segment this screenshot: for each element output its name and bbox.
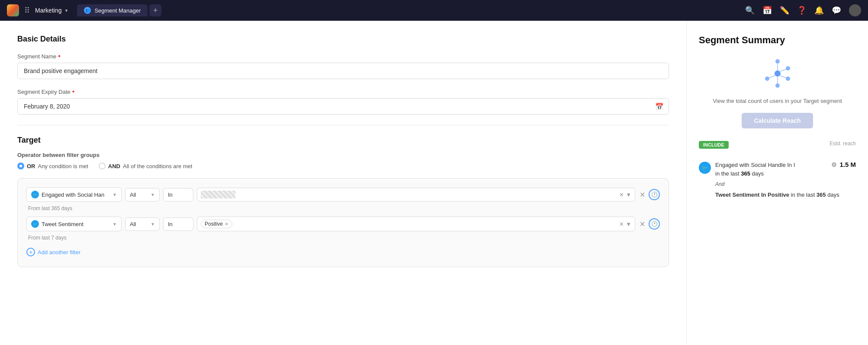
section-divider (17, 125, 669, 125)
filter2-hint: From last 7 days (26, 235, 660, 241)
tab-label: Segment Manager (94, 7, 141, 14)
summary-filter-text-1: Engaged with Social Handle In I in the l… (715, 161, 795, 178)
add-filter-plus-icon: + (26, 248, 35, 256)
filter1-hint: From last 365 days (26, 205, 660, 211)
segment-summary-title: Segment Summary (699, 35, 856, 46)
or-radio-circle (17, 163, 24, 169)
basic-details-heading: Basic Details (17, 35, 669, 44)
help-icon[interactable]: ❓ (797, 6, 807, 15)
summary-twitter-icon-1: 🐦 (699, 162, 711, 174)
app-logo (7, 4, 19, 16)
summary-filter1-pre: Engaged with Social Handle In I (715, 162, 795, 168)
filter1-expand-icon[interactable]: ▼ (626, 192, 631, 198)
required-indicator-2: • (72, 88, 75, 96)
brand-arrow: ▼ (64, 8, 68, 13)
add-filter-label: Add another filter (38, 249, 80, 256)
segment-expiry-label: Segment Expiry Date • (17, 88, 669, 96)
network-diagram (699, 56, 856, 91)
summary-filter-row-1: 🐦 Engaged with Social Handle In I in the… (699, 161, 856, 178)
filter2-tag-remove[interactable]: ✕ (225, 221, 228, 227)
add-filter-button[interactable]: + Add another filter (26, 246, 80, 258)
segment-expiry-input[interactable] (17, 98, 669, 115)
calculate-reach-button[interactable]: Calculate Reach (742, 113, 813, 128)
filter1-qualifier-dropdown[interactable]: All ▼ (125, 188, 160, 201)
brand-label: Marketing (35, 7, 61, 14)
filter2-expand-icon[interactable]: ▼ (626, 221, 631, 227)
user-avatar[interactable] (849, 4, 861, 16)
filter1-clock-icon[interactable]: 🕐 (649, 189, 660, 200)
segment-manager-tab[interactable]: 👥 Segment Manager (77, 4, 148, 16)
summary-filter2-pre: Tweet Sentiment In Positive (715, 192, 789, 198)
operator-label: Operator between filter groups (17, 152, 669, 158)
filter2-value-box[interactable]: Positive ✕ ✕ ▼ (197, 217, 635, 231)
filter2-tag-label: Positive (205, 221, 223, 227)
segment-expiry-field: Segment Expiry Date • 📅 (17, 88, 669, 115)
search-icon[interactable]: 🔍 (745, 6, 755, 15)
filter2-value-controls: ✕ ▼ (619, 221, 631, 227)
filter1-name-dropdown[interactable]: 🐦 Engaged with Social Han ▼ (26, 187, 122, 202)
svg-line-10 (769, 76, 775, 78)
filter2-clear-icon[interactable]: ✕ (619, 221, 624, 227)
filter1-qualifier-arrow: ▼ (151, 192, 155, 197)
grid-icon[interactable]: ⠿ (24, 6, 30, 15)
svg-line-8 (780, 76, 786, 78)
filter-group: 🐦 Engaged with Social Han ▼ All ▼ In (17, 178, 669, 267)
target-section: Target Operator between filter groups OR… (17, 136, 669, 267)
summary-filter2-days: 365 (817, 192, 826, 198)
filter1-value-box[interactable]: ✕ ▼ (197, 188, 635, 201)
svg-point-1 (775, 59, 780, 64)
topnav-actions: 🔍 📅 ✏️ ❓ 🔔 💬 (745, 4, 861, 16)
svg-point-2 (786, 66, 790, 70)
edit-icon[interactable]: ✏️ (780, 6, 789, 15)
filter2-name-dropdown[interactable]: 🐦 Tweet Sentiment ▼ (26, 217, 122, 231)
or-key-label: OR (27, 163, 35, 169)
page-layout: Basic Details Segment Name • Segment Exp… (0, 21, 868, 345)
and-connector-label: And (715, 181, 856, 187)
or-hint: Any condition is met (38, 163, 88, 169)
add-tab-button[interactable]: + (149, 4, 161, 16)
svg-line-7 (780, 69, 786, 71)
summary-filter-2: Tweet Sentiment In Positive in the last … (715, 191, 856, 199)
right-panel: Segment Summary View the total count of (686, 21, 868, 345)
estd-reach-label: Estd. reach (829, 141, 856, 147)
calendar-icon[interactable]: 📅 (762, 6, 772, 15)
and-hint: All of the conditions are met (123, 163, 192, 169)
filter2-name-label: Tweet Sentiment (42, 221, 84, 227)
filter2-operator-dropdown[interactable]: In (163, 217, 193, 231)
filter2-clock-icon[interactable]: 🕐 (649, 218, 660, 230)
summary-filter1-time-post: days (752, 170, 764, 177)
filter1-remove-icon[interactable]: ✕ (640, 191, 645, 199)
summary-filter1-days: 365 (741, 170, 750, 177)
segment-name-input[interactable] (17, 63, 669, 79)
filter1-value-controls: ✕ ▼ (619, 192, 631, 198)
and-key-label: AND (108, 163, 120, 169)
filter1-operator-dropdown[interactable]: In (163, 188, 193, 201)
or-radio[interactable]: OR Any condition is met (17, 163, 88, 169)
calendar-input-icon[interactable]: 📅 (655, 102, 664, 111)
required-indicator: • (58, 52, 61, 60)
filter1-arrow: ▼ (113, 192, 117, 197)
svg-point-5 (765, 77, 769, 81)
bell-icon[interactable]: 🔔 (814, 6, 824, 15)
filter1-value-placeholder (201, 191, 235, 198)
filter1-qualifier-label: All (130, 192, 136, 198)
segment-name-label: Segment Name • (17, 52, 669, 60)
target-heading: Target (17, 136, 669, 145)
and-radio[interactable]: AND All of the conditions are met (99, 163, 193, 169)
filter2-tag-positive: Positive ✕ (201, 220, 232, 228)
tab-icon: 👥 (84, 7, 91, 14)
twitter-icon-1: 🐦 (31, 191, 39, 198)
filter2-remove-icon[interactable]: ✕ (640, 220, 645, 228)
filter1-operator-label: In (168, 192, 173, 198)
svg-point-0 (775, 70, 781, 77)
main-content: Basic Details Segment Name • Segment Exp… (0, 21, 686, 345)
and-radio-circle (99, 163, 106, 169)
segment-name-field: Segment Name • (17, 52, 669, 79)
twitter-icon-2: 🐦 (31, 220, 39, 228)
chat-icon[interactable]: 💬 (832, 6, 841, 15)
filter2-arrow: ▼ (113, 222, 117, 227)
brand-menu[interactable]: Marketing ▼ (35, 7, 68, 14)
filter2-qualifier-dropdown[interactable]: All ▼ (125, 217, 160, 231)
filter1-clear-icon[interactable]: ✕ (619, 192, 624, 198)
filter-row-2: 🐦 Tweet Sentiment ▼ All ▼ In Positive (26, 217, 660, 231)
